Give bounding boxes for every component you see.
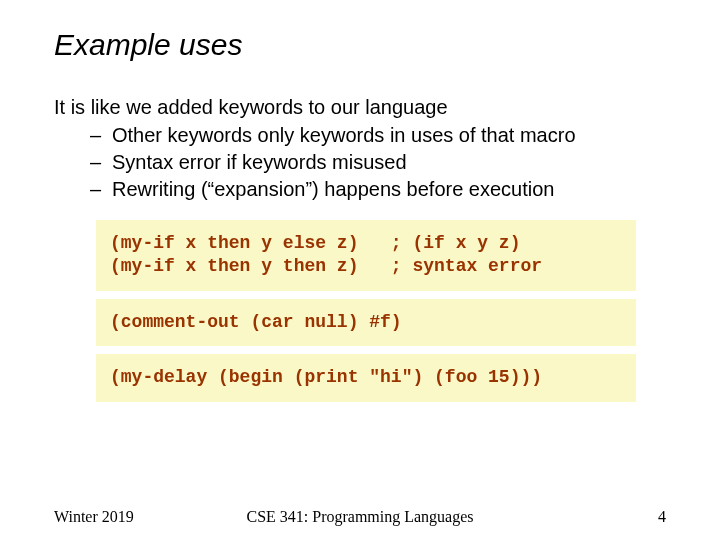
- slide: Example uses It is like we added keyword…: [0, 0, 720, 540]
- code-block-2: (comment-out (car null) #f): [96, 299, 636, 346]
- code-block-3: (my-delay (begin (print "hi") (foo 15))): [96, 354, 636, 401]
- bullet-item: Rewriting (“expansion”) happens before e…: [90, 176, 666, 202]
- bullet-item: Syntax error if keywords misused: [90, 149, 666, 175]
- lead-text: It is like we added keywords to our lang…: [54, 94, 666, 120]
- bullet-list: Other keywords only keywords in uses of …: [54, 122, 666, 202]
- slide-body: It is like we added keywords to our lang…: [54, 94, 666, 402]
- footer-course: CSE 341: Programming Languages: [54, 508, 666, 526]
- code-block-1: (my-if x then y else z) ; (if x y z) (my…: [96, 220, 636, 291]
- bullet-item: Other keywords only keywords in uses of …: [90, 122, 666, 148]
- slide-title: Example uses: [54, 28, 666, 62]
- footer-page-number: 4: [658, 508, 666, 526]
